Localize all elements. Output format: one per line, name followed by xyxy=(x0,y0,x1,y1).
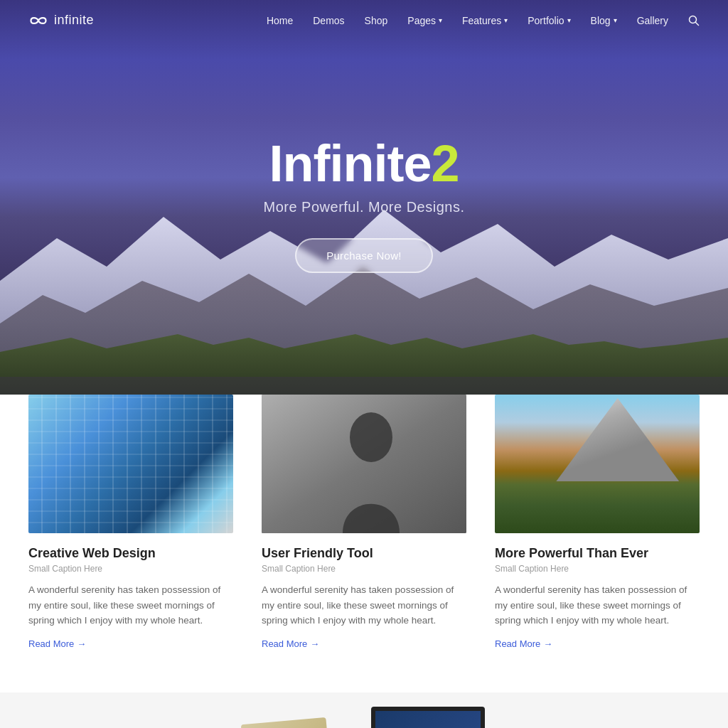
nav-item-blog[interactable]: Blog ▾ xyxy=(591,15,617,26)
svg-point-8 xyxy=(350,412,392,462)
hero-section: Infinite2 More Powerful. More Designs. P… xyxy=(0,0,728,395)
svg-rect-5 xyxy=(0,377,728,395)
chevron-down-icon: ▾ xyxy=(614,16,617,24)
chevron-down-icon: ▾ xyxy=(439,16,442,24)
search-icon xyxy=(688,15,700,26)
card-title-2: User Friendly Tool xyxy=(262,546,466,561)
card-image-mountain xyxy=(495,395,700,533)
svg-line-1 xyxy=(696,22,699,25)
brand-name: infinite xyxy=(54,13,94,28)
card-more-powerful: More Powerful Than Ever Small Caption He… xyxy=(495,395,700,650)
card-readmore-3[interactable]: Read More → xyxy=(495,638,552,649)
person-silhouette xyxy=(262,395,466,533)
card-title-3: More Powerful Than Ever xyxy=(495,546,700,561)
main-nav: infinite Home Demos Shop Pages ▾ Feature… xyxy=(0,0,728,41)
card-text-2: A wonderful serenity has taken possessio… xyxy=(262,582,466,628)
nav-item-home[interactable]: Home xyxy=(267,15,293,26)
infinity-icon xyxy=(28,15,48,26)
bottom-teaser xyxy=(0,692,728,728)
nav-item-demos[interactable]: Demos xyxy=(313,15,344,26)
search-trigger[interactable] xyxy=(688,15,700,26)
hero-subtitle: More Powerful. More Designs. xyxy=(264,199,465,215)
device-screen xyxy=(371,707,485,728)
purchase-now-button[interactable]: Purchase Now! xyxy=(295,238,433,273)
hero-title: Infinite2 xyxy=(264,136,465,192)
card-image-person xyxy=(262,395,466,533)
chevron-down-icon: ▾ xyxy=(567,16,571,24)
arrow-right-icon: → xyxy=(77,638,86,649)
card-readmore-1[interactable]: Read More → xyxy=(28,638,86,649)
card-title-1: Creative Web Design xyxy=(28,546,233,561)
card-readmore-2[interactable]: Read More → xyxy=(262,638,319,649)
arrow-right-icon: → xyxy=(310,638,319,649)
bottom-devices xyxy=(243,707,485,728)
nav-item-gallery[interactable]: Gallery xyxy=(637,15,668,26)
nav-links: Home Demos Shop Pages ▾ Features ▾ Portf… xyxy=(267,15,700,26)
card-text-3: A wonderful serenity has taken possessio… xyxy=(495,582,700,628)
card-creative-web-design: Creative Web Design Small Caption Here A… xyxy=(28,395,233,650)
card-caption-3: Small Caption Here xyxy=(495,564,700,574)
nav-item-features[interactable]: Features ▾ xyxy=(462,15,508,26)
card-text-1: A wonderful serenity has taken possessio… xyxy=(28,582,233,628)
nav-item-portfolio[interactable]: Portfolio ▾ xyxy=(528,15,570,26)
cards-section: Creative Web Design Small Caption Here A… xyxy=(0,395,728,692)
card-caption-2: Small Caption Here xyxy=(262,564,466,574)
card-user-friendly-tool: User Friendly Tool Small Caption Here A … xyxy=(262,395,466,650)
chevron-down-icon: ▾ xyxy=(504,16,508,24)
device-papers xyxy=(241,717,332,728)
brand-logo[interactable]: infinite xyxy=(28,13,267,28)
card-image-building xyxy=(28,395,233,533)
hero-content: Infinite2 More Powerful. More Designs. P… xyxy=(264,136,465,273)
card-caption-1: Small Caption Here xyxy=(28,564,233,574)
nav-item-pages[interactable]: Pages ▾ xyxy=(407,15,442,26)
nav-item-shop[interactable]: Shop xyxy=(365,15,388,26)
arrow-right-icon: → xyxy=(543,638,552,649)
